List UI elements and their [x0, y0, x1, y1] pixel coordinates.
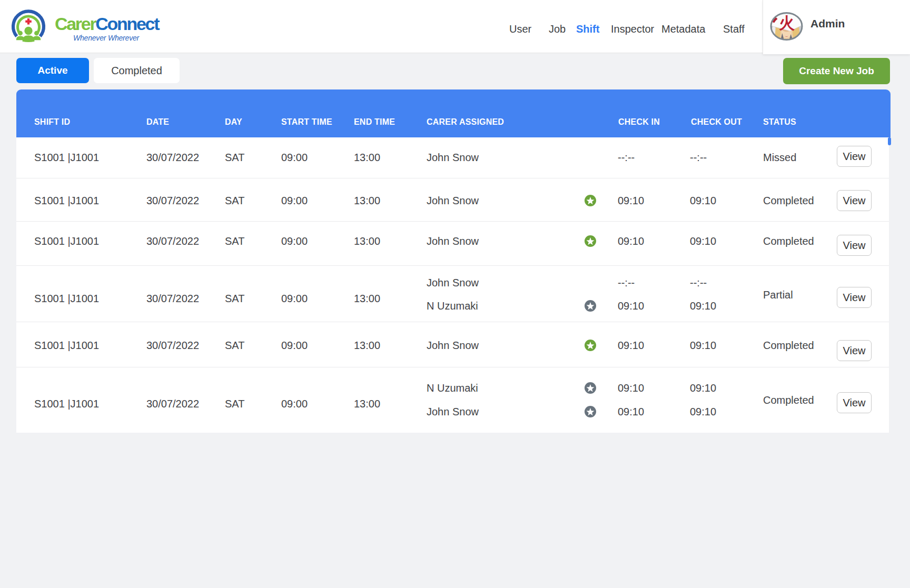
svg-text:火: 火 [779, 14, 795, 32]
